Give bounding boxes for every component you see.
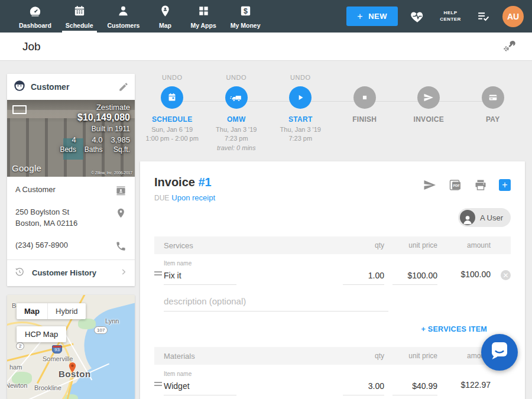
map-card[interactable]: Burlington Lynn Somerville Boston ham Ne… (7, 295, 135, 399)
remove-line-icon[interactable]: ✕ (501, 270, 511, 280)
customer-history-label: Customer History (32, 268, 112, 277)
qty-input[interactable] (343, 269, 384, 285)
truck-step-icon[interactable] (225, 86, 248, 109)
built-year: Built in 1911 (60, 125, 130, 133)
step-detail: Thu, Jan 3 '197:23 pm (280, 125, 321, 144)
map-marker-icon[interactable] (67, 362, 77, 375)
hcp-map-button[interactable]: HCP Map (17, 326, 66, 342)
invoice-number: #1 (198, 176, 211, 189)
nav-item-dashboard[interactable]: Dashboard (12, 0, 59, 33)
item-name-input[interactable] (164, 269, 236, 285)
phone-icon[interactable] (115, 241, 126, 252)
add-services-item-link[interactable]: + SERVICES ITEM (421, 325, 487, 333)
unit-price-column-header: unit price (384, 352, 437, 360)
money-icon: $ (239, 4, 252, 20)
step-label: FINISH (352, 115, 377, 124)
job-timeline: UNDO SCHEDULE Sun, Jan 6 '191:00 pm - 2:… (140, 74, 525, 156)
undo-link[interactable]: UNDO (162, 74, 182, 82)
qty-column-header: qty (343, 352, 384, 360)
nav-item-label: Customers (108, 22, 140, 29)
nav-actions: + NEW HELP CENTER AU (346, 0, 532, 33)
nav-item-my-money[interactable]: $ My Money (223, 0, 268, 33)
sidebar: Customer Zestimate $10,149,080 Built in … (7, 74, 135, 399)
customer-card-header: Customer (7, 74, 135, 100)
customer-face-icon (13, 79, 26, 95)
undo-link[interactable]: UNDO (226, 74, 246, 82)
credit-card-step-icon[interactable] (482, 86, 504, 109)
line-amount: $100.00 (437, 270, 491, 285)
history-clock-icon (14, 267, 25, 280)
timeline-step-start: UNDO START Thu, Jan 3 '197:23 pm (268, 74, 333, 153)
materials-section-header: Materials qty unit price amount (154, 347, 511, 365)
timeline-step-finish: FINISH (333, 74, 397, 153)
pdf-icon[interactable]: PDF (448, 178, 462, 192)
qty-column-header: qty (343, 241, 384, 249)
step-label: SCHEDULE (152, 115, 192, 124)
edit-pencil-icon[interactable] (118, 82, 129, 92)
map-label: ham (9, 364, 22, 371)
street-view-icon[interactable] (12, 105, 27, 114)
timeline-step-pay: PAY (461, 74, 525, 153)
section-label: Materials (164, 352, 343, 361)
nav-item-my-apps[interactable]: My Apps (183, 0, 223, 33)
location-pin-icon[interactable] (115, 207, 126, 219)
print-icon[interactable] (473, 178, 488, 192)
timeline-step-omw: UNDO OMW Thu, Jan 3 '197:23 pmtravel: 0 … (205, 74, 269, 153)
zestimate-label: Zestimate (60, 103, 130, 112)
zestimate-value: $10,149,080 (60, 112, 130, 123)
customer-history-row[interactable]: Customer History (7, 259, 135, 286)
description-input[interactable] (164, 294, 388, 312)
nav-item-customers[interactable]: Customers (100, 0, 147, 33)
invoice-card: Invoice #1 DUEUpon receipt PDF + A User (140, 161, 525, 399)
assigned-user-pill[interactable]: A User (458, 208, 511, 227)
line-amount: $122.97 (437, 380, 491, 395)
send-step-icon[interactable] (417, 86, 440, 109)
item-name-label: Item name (164, 260, 236, 267)
nav-item-map[interactable]: Map (147, 0, 183, 33)
new-button[interactable]: + NEW (346, 7, 398, 26)
help-center-link[interactable]: HELP CENTER (437, 10, 464, 23)
step-label: INVOICE (414, 115, 444, 124)
svg-text:$: $ (244, 7, 248, 15)
undo-link[interactable]: UNDO (290, 74, 310, 82)
svg-text:PDF: PDF (453, 184, 460, 187)
add-invoice-button[interactable]: + (499, 179, 511, 191)
play-step-icon[interactable] (289, 86, 312, 109)
user-avatar[interactable]: AU (502, 6, 524, 27)
map-pin-icon (158, 4, 172, 20)
schedule-step-icon[interactable] (161, 86, 183, 109)
drag-handle-icon[interactable] (154, 270, 162, 277)
user-silhouette-icon (460, 210, 475, 225)
contact-card-icon[interactable] (115, 185, 126, 196)
timeline-step-schedule: UNDO SCHEDULE Sun, Jan 6 '191:00 pm - 2:… (140, 74, 205, 153)
nav-item-label: My Money (231, 22, 261, 29)
step-label: OMW (227, 115, 246, 124)
health-heart-icon[interactable] (410, 9, 425, 24)
stop-step-icon[interactable] (353, 86, 376, 109)
send-invoice-icon[interactable] (423, 178, 437, 192)
map-button[interactable]: Map (17, 303, 47, 319)
dashboard-icon (28, 4, 42, 20)
assigned-user-name: A User (480, 213, 503, 222)
task-list-icon[interactable] (476, 9, 491, 24)
customer-card: Customer Zestimate $10,149,080 Built in … (7, 74, 135, 286)
drag-handle-icon[interactable] (154, 380, 162, 388)
plus-icon: + (357, 14, 363, 20)
qty-input[interactable] (343, 379, 384, 395)
invoice-due: DUEUpon receipt (154, 193, 215, 202)
step-detail: Sun, Jan 6 '191:00 pm - 2:00 pm (146, 125, 199, 144)
property-photo: Zestimate $10,149,080 Built in 1911 4 4.… (7, 100, 135, 177)
chat-bubble-button[interactable] (481, 334, 518, 371)
item-name-input[interactable] (164, 379, 236, 395)
invoice-title: Invoice #1 (154, 176, 215, 189)
zestimate-info: Zestimate $10,149,080 Built in 1911 4 4.… (60, 103, 130, 154)
due-terms-link[interactable]: Upon receipt (171, 193, 215, 202)
amount-column-header: amount (437, 241, 491, 249)
job-settings-icon[interactable] (501, 40, 515, 54)
apps-grid-icon (197, 4, 210, 20)
map-label: Lynn (105, 317, 119, 325)
unit-price-input[interactable] (392, 269, 437, 285)
unit-price-input[interactable] (392, 379, 437, 395)
hybrid-button[interactable]: Hybrid (47, 303, 86, 319)
nav-item-schedule[interactable]: Schedule (59, 0, 100, 33)
